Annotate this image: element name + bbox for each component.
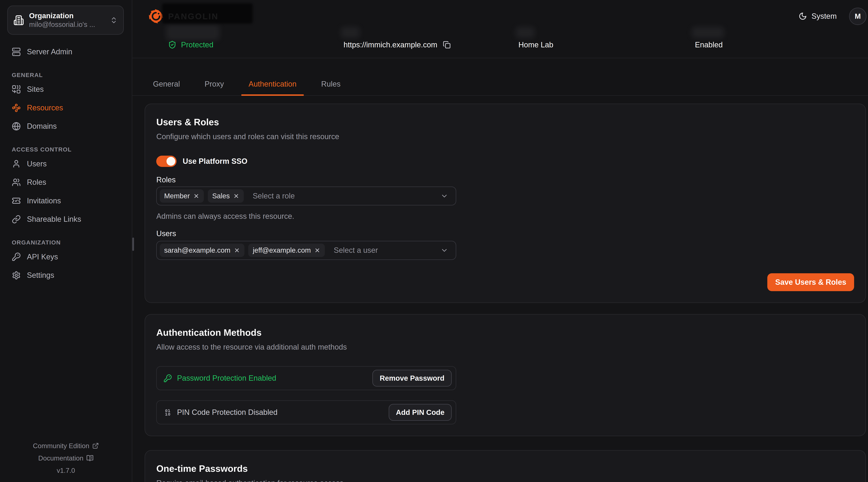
- redacted-resource-title: [162, 3, 253, 24]
- sidebar: Organization milo@fossorial.io's ... Ser…: [0, 0, 132, 482]
- combine-icon: [12, 85, 21, 94]
- sidebar-item-domains[interactable]: Domains: [0, 117, 132, 136]
- pin-protection-row: PIN Code Protection Disabled Add PIN Cod…: [156, 400, 456, 424]
- x-icon[interactable]: [234, 247, 240, 254]
- roles-field-label: Roles: [156, 175, 854, 185]
- sidebar-item-label: Resources: [27, 104, 63, 112]
- copy-icon[interactable]: [443, 41, 451, 49]
- card-subtitle: Require email-based authentication for r…: [156, 478, 854, 482]
- card-title: Authentication Methods: [156, 326, 854, 339]
- theme-toggle[interactable]: System: [799, 12, 837, 21]
- app-window: Organization milo@fossorial.io's ... Ser…: [0, 0, 868, 482]
- main-area: PANGOLIN System M Protected htt: [132, 0, 868, 482]
- platform-sso-toggle[interactable]: [156, 156, 176, 167]
- user-chip: jeff@example.com: [248, 244, 324, 257]
- user-chip-label: sarah@example.com: [164, 246, 230, 254]
- resource-enabled: Enabled: [695, 41, 723, 49]
- link-icon: [12, 215, 21, 224]
- key-round-icon: [163, 374, 172, 382]
- card-title: One-time Passwords: [156, 462, 854, 475]
- admins-note: Admins can always access this resource.: [156, 211, 854, 221]
- sidebar-item-label: API Keys: [27, 253, 58, 261]
- documentation-link[interactable]: Documentation: [0, 452, 132, 464]
- remove-password-button[interactable]: Remove Password: [372, 370, 452, 387]
- sidebar-item-label: Sites: [27, 85, 44, 94]
- ticket-check-icon: [12, 196, 21, 205]
- sidebar-item-invitations[interactable]: Invitations: [0, 192, 132, 210]
- sidebar-scrollbar-thumb[interactable]: [132, 237, 134, 251]
- theme-label: System: [812, 12, 837, 21]
- sidebar-section-access-control: ACCESS CONTROL: [0, 144, 132, 155]
- role-chip-label: Member: [164, 192, 190, 200]
- redacted-label: [692, 27, 724, 38]
- save-users-roles-button[interactable]: Save Users & Roles: [767, 273, 854, 291]
- resource-info-strip: Protected https://immich.example.com Hom…: [132, 32, 868, 58]
- card-footer: Save Users & Roles: [156, 273, 854, 291]
- tab-proxy[interactable]: Proxy: [196, 73, 232, 95]
- card-title: Users & Roles: [156, 116, 854, 129]
- chevron-down-icon: [440, 246, 448, 254]
- sidebar-item-label: Domains: [27, 122, 57, 130]
- sidebar-item-roles[interactable]: Roles: [0, 173, 132, 192]
- sidebar-item-api-keys[interactable]: API Keys: [0, 248, 132, 266]
- sidebar-item-resources[interactable]: Resources: [0, 99, 132, 117]
- card-subtitle: Configure which users and roles can visi…: [156, 131, 854, 142]
- resource-status: Protected: [168, 41, 213, 49]
- redacted-label: [516, 27, 535, 38]
- chevron-down-icon: [440, 192, 448, 200]
- binary-icon: [163, 408, 172, 417]
- org-switcher-label: Organization: [29, 11, 105, 20]
- user-icon: [12, 159, 21, 168]
- roles-placeholder: Select a role: [253, 192, 295, 200]
- users-multiselect[interactable]: sarah@example.com jeff@example.com Selec…: [156, 241, 456, 260]
- community-edition-label: Community Edition: [33, 440, 89, 452]
- org-switcher-value: milo@fossorial.io's ...: [29, 20, 105, 29]
- book-open-icon: [86, 455, 94, 462]
- pin-protection-label: PIN Code Protection Disabled: [177, 408, 278, 417]
- sidebar-item-sites[interactable]: Sites: [0, 80, 132, 99]
- key-round-icon: [12, 252, 21, 261]
- org-switcher[interactable]: Organization milo@fossorial.io's ...: [7, 5, 124, 35]
- tab-rules[interactable]: Rules: [313, 73, 349, 95]
- sidebar-item-label: Settings: [27, 271, 54, 280]
- role-chip: Sales: [208, 189, 244, 203]
- app-version: v1.7.0: [0, 464, 132, 477]
- pangolin-logo-icon: [148, 9, 163, 24]
- sidebar-item-shareable-links[interactable]: Shareable Links: [0, 210, 132, 229]
- waypoints-icon: [12, 103, 21, 113]
- otp-card: One-time Passwords Require email-based a…: [145, 450, 866, 482]
- globe-icon: [12, 122, 21, 131]
- server-icon: [12, 47, 21, 56]
- shield-check-icon: [168, 41, 176, 49]
- sidebar-nav: Server Admin GENERAL Sites Resources Dom: [0, 42, 132, 285]
- community-edition-link[interactable]: Community Edition: [0, 440, 132, 452]
- sidebar-item-settings[interactable]: Settings: [0, 266, 132, 285]
- auth-methods-card: Authentication Methods Allow access to t…: [145, 314, 866, 436]
- toggle-knob: [166, 157, 176, 166]
- roles-multiselect[interactable]: Member Sales Select a role: [156, 187, 456, 205]
- resource-tabs: General Proxy Authentication Rules: [132, 58, 868, 96]
- sidebar-item-server-admin[interactable]: Server Admin: [0, 42, 132, 61]
- sidebar-item-users[interactable]: Users: [0, 155, 132, 173]
- resource-url: https://immich.example.com: [344, 41, 451, 49]
- sidebar-section-general: GENERAL: [0, 70, 132, 80]
- redacted-label: [166, 25, 220, 40]
- tab-general[interactable]: General: [145, 73, 188, 95]
- x-icon[interactable]: [314, 247, 320, 254]
- topbar-right: System M: [799, 8, 866, 25]
- tab-authentication[interactable]: Authentication: [240, 73, 305, 95]
- gear-icon: [12, 271, 21, 280]
- x-icon[interactable]: [233, 193, 239, 199]
- x-icon[interactable]: [193, 193, 199, 199]
- resource-status-label: Protected: [181, 41, 214, 49]
- pin-protection-status: PIN Code Protection Disabled: [163, 408, 277, 417]
- sidebar-section-organization: ORGANIZATION: [0, 237, 132, 248]
- chevrons-up-down-icon: [110, 16, 118, 24]
- org-switcher-texts: Organization milo@fossorial.io's ...: [29, 11, 105, 29]
- add-pin-code-button[interactable]: Add PIN Code: [389, 404, 452, 421]
- tab-content: Users & Roles Configure which users and …: [132, 104, 868, 482]
- avatar[interactable]: M: [849, 8, 866, 25]
- password-protection-status: Password Protection Enabled: [163, 374, 276, 382]
- user-chip: sarah@example.com: [160, 244, 244, 257]
- sidebar-item-label: Invitations: [27, 197, 61, 205]
